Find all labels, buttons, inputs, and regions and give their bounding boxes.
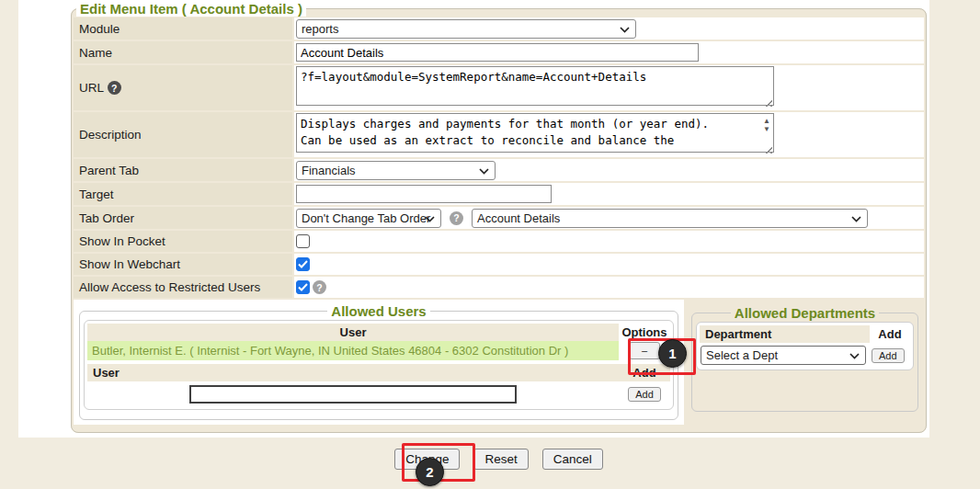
- module-select[interactable]: reports: [296, 19, 636, 39]
- allowed-users-fieldset: Allowed Users User Options Butler, Inter…: [79, 303, 678, 420]
- show-in-webchart-label: Show In Webchart: [74, 254, 292, 275]
- allowed-departments-cell: Allowed Departments Department Add Selec…: [686, 300, 924, 425]
- module-row: reports: [294, 17, 924, 40]
- add-user-button[interactable]: Add: [628, 387, 661, 402]
- allowed-departments-fieldset: Allowed Departments Department Add Selec…: [691, 305, 918, 412]
- department-select[interactable]: Select a Dept: [701, 346, 866, 365]
- scrollbar-arrows[interactable]: ▲▼: [763, 117, 770, 133]
- permissions-row: Allowed Users User Options Butler, Inter…: [74, 300, 924, 425]
- cancel-button[interactable]: Cancel: [542, 449, 603, 470]
- parent-tab-label: Parent Tab: [74, 159, 292, 181]
- allowed-departments-bubble: Department Add Select a Dept Add: [696, 322, 914, 370]
- add-user-header-row: User Add: [87, 364, 670, 381]
- departments-header-row: Department Add: [700, 325, 910, 343]
- check-icon: [298, 283, 308, 291]
- user-column-header: User: [87, 324, 619, 341]
- allowed-users-title: Allowed Users: [327, 303, 429, 319]
- description-label: Description: [74, 112, 292, 157]
- description-row: Displays charges and payments for that m…: [294, 112, 924, 157]
- tab-order-help-icon[interactable]: ?: [450, 211, 463, 225]
- add-department-row: Select a Dept Add: [700, 343, 910, 367]
- url-label-cell: URL ?: [74, 65, 292, 110]
- add-user-input[interactable]: [189, 385, 517, 404]
- url-label: URL: [79, 81, 104, 95]
- module-label: Module: [74, 17, 292, 40]
- tab-order-row: Don't Change Tab Order ? Account Details: [294, 207, 924, 229]
- scroll-up-icon[interactable]: ▲: [763, 117, 770, 125]
- chevron-down-icon: [479, 168, 489, 175]
- edit-menu-item-form: Edit Menu Item ( Account Details ) Modul…: [71, 1, 927, 433]
- show-in-pocket-label: Show In Pocket: [74, 231, 292, 252]
- annotation-badge-step2: 2: [416, 458, 444, 486]
- chevron-down-icon: [851, 216, 861, 222]
- add-department-button[interactable]: Add: [872, 348, 905, 363]
- tab-order-item-value: Account Details: [477, 211, 560, 225]
- add-user-input-cell: [87, 381, 619, 406]
- url-textarea-wrap: ?f=layout&module=SystemReport&name=Accou…: [296, 66, 774, 109]
- tab-order-select[interactable]: Don't Change Tab Order: [296, 209, 441, 228]
- action-button-bar: Change Reset Cancel: [71, 449, 927, 470]
- description-textarea-wrap: Displays charges and payments for that m…: [296, 113, 774, 156]
- annotation-badge-step1: 1: [658, 339, 687, 368]
- name-label: Name: [74, 41, 292, 63]
- allowed-users-bubble: User Options Butler, Internist E. ( Inte…: [84, 320, 674, 410]
- target-input[interactable]: [296, 185, 552, 203]
- parent-tab-select-value: Financials: [302, 164, 356, 177]
- dept-add-column-header: Add: [870, 325, 910, 343]
- module-select-value: reports: [302, 22, 338, 36]
- form-grid: Module reports Name URL ? ?f=layout&modu…: [74, 17, 924, 425]
- name-input[interactable]: [296, 43, 699, 62]
- add-user-column-header: User: [87, 364, 619, 381]
- url-help-icon[interactable]: ?: [108, 81, 121, 95]
- add-user-row: Add: [87, 381, 670, 406]
- show-in-webchart-checkbox[interactable]: [296, 257, 310, 271]
- add-user-button-cell: Add: [619, 381, 670, 406]
- show-in-webchart-row: [294, 254, 924, 275]
- tab-order-select-value: Don't Change Tab Order: [302, 211, 430, 225]
- form-title: Edit Menu Item ( Account Details ): [76, 1, 306, 17]
- chevron-down-icon: [425, 216, 435, 222]
- department-column-header: Department: [700, 325, 870, 343]
- check-icon: [298, 260, 308, 268]
- allow-restricted-checkbox[interactable]: [296, 280, 310, 294]
- url-row: ?f=layout&module=SystemReport&name=Accou…: [294, 65, 924, 110]
- users-header-row: User Options: [87, 324, 670, 341]
- show-in-pocket-checkbox[interactable]: [296, 234, 310, 248]
- parent-tab-select[interactable]: Financials: [296, 161, 496, 180]
- allowed-departments-title: Allowed Departments: [731, 305, 879, 321]
- tab-order-label: Tab Order: [74, 207, 292, 229]
- reset-button[interactable]: Reset: [473, 449, 528, 470]
- allow-restricted-label: Allow Access to Restricted Users: [74, 277, 292, 298]
- department-select-value: Select a Dept: [706, 348, 778, 362]
- chevron-down-icon: [620, 27, 630, 33]
- user-table-row: Butler, Internist E. ( Internist - Fort …: [87, 341, 670, 360]
- allow-restricted-row: ?: [294, 277, 924, 298]
- allow-restricted-help-icon[interactable]: ?: [313, 280, 326, 294]
- parent-tab-row: Financials: [294, 159, 924, 181]
- tab-order-item-select[interactable]: Account Details: [472, 209, 868, 228]
- scroll-down-icon[interactable]: ▼: [763, 125, 770, 133]
- user-row-text: Butler, Internist E. ( Internist - Fort …: [87, 341, 619, 360]
- url-textarea[interactable]: ?f=layout&module=SystemReport&name=Accou…: [296, 66, 774, 106]
- description-textarea[interactable]: Displays charges and payments for that m…: [296, 113, 774, 153]
- allowed-users-cell: Allowed Users User Options Butler, Inter…: [74, 300, 684, 425]
- chevron-down-icon: [849, 353, 860, 359]
- target-label: Target: [74, 183, 292, 205]
- target-row: [294, 183, 924, 205]
- show-in-pocket-row: [294, 231, 924, 252]
- name-row: [294, 41, 924, 63]
